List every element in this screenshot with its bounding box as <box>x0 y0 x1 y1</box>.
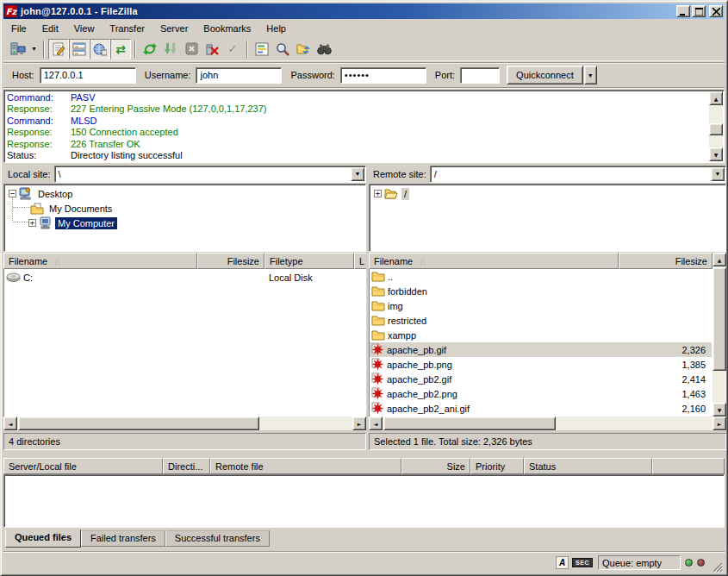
find-files-button[interactable] <box>314 39 334 59</box>
toggle-message-log-button[interactable] <box>48 39 69 59</box>
expand-expander-icon[interactable]: + <box>28 219 36 227</box>
tab-successful-transfers[interactable]: Successful transfers <box>165 530 270 547</box>
refresh-button[interactable] <box>140 39 160 59</box>
queue-col-direction[interactable]: Directi... <box>163 458 210 474</box>
scrollbar-thumb[interactable] <box>712 267 726 371</box>
queue-col-remote-file[interactable]: Remote file <box>210 458 401 474</box>
process-queue-button[interactable] <box>160 39 181 59</box>
scroll-right-button[interactable]: ► <box>712 416 726 430</box>
remote-file-list[interactable]: .. forbidden img restricted xampp apac <box>369 269 712 416</box>
queue-col-status[interactable]: Status <box>524 458 652 474</box>
queue-col-size[interactable]: Size <box>401 458 470 474</box>
remote-row-file[interactable]: apache_pb2_ani.gif 2,160 <box>370 401 712 416</box>
toggle-transfer-queue-button[interactable]: ⇄ <box>110 39 131 59</box>
local-file-list[interactable]: C: Local Disk <box>3 269 366 416</box>
menu-server[interactable]: Server <box>152 21 196 36</box>
remote-row-parent-dir[interactable]: .. <box>370 269 712 284</box>
username-input[interactable] <box>196 67 282 84</box>
queue-status-text: Queue: empty <box>602 558 662 568</box>
remote-row-folder[interactable]: xampp <box>370 328 712 342</box>
synchronized-browsing-button[interactable] <box>293 39 314 59</box>
scrollbar-thumb[interactable] <box>18 416 259 430</box>
remote-horizontal-scrollbar[interactable]: ◄ ► <box>369 416 726 430</box>
local-file-row-c-drive[interactable]: C: Local Disk <box>4 270 365 285</box>
site-manager-dropdown[interactable]: ▼ <box>28 40 40 59</box>
reconnect-button[interactable]: ✓ <box>222 39 243 59</box>
site-manager-button[interactable] <box>8 39 28 59</box>
quickconnect-button[interactable]: Quickconnect <box>507 66 583 85</box>
local-col-filetype[interactable]: Filetype <box>264 253 354 269</box>
menu-bookmarks[interactable]: Bookmarks <box>196 21 258 36</box>
tree-item-root[interactable]: + / <box>374 186 409 201</box>
file-size: 2,326 <box>619 345 706 355</box>
maximize-button[interactable] <box>692 5 706 17</box>
local-col-filesize[interactable]: Filesize <box>197 253 264 269</box>
tree-item-desktop[interactable]: − Desktop <box>9 186 75 201</box>
title-bar[interactable]: Fz john@127.0.0.1 - FileZilla <box>3 3 725 19</box>
scroll-up-button[interactable]: ▲ <box>712 253 726 266</box>
remote-directory-tree[interactable]: + / <box>369 184 726 252</box>
expand-expander-icon[interactable]: + <box>374 190 382 197</box>
local-col-filename[interactable]: Filename △ <box>3 253 197 269</box>
remote-row-folder[interactable]: img <box>370 298 712 313</box>
password-input[interactable] <box>340 67 426 84</box>
queue-col-priority[interactable]: Priority <box>470 458 524 474</box>
directory-comparison-button[interactable] <box>272 39 293 59</box>
quickconnect-dropdown[interactable]: ▼ <box>584 66 597 85</box>
tab-failed-transfers[interactable]: Failed transfers <box>81 530 165 547</box>
host-input[interactable] <box>40 67 136 84</box>
scroll-right-button[interactable]: ► <box>352 416 366 430</box>
port-input[interactable] <box>460 67 500 84</box>
local-col-last-modified[interactable]: L <box>354 253 366 269</box>
remote-col-filesize[interactable]: Filesize <box>619 253 712 269</box>
local-site-combo[interactable]: \ ▼ <box>54 166 366 183</box>
remote-row-folder[interactable]: forbidden <box>370 284 712 298</box>
file-name: restricted <box>388 316 426 326</box>
remote-row-folder[interactable]: restricted <box>370 313 712 328</box>
filter-button[interactable] <box>252 39 272 59</box>
menu-view[interactable]: View <box>66 21 103 36</box>
remote-vertical-scrollbar[interactable]: ▲ ▼ <box>712 253 726 416</box>
collapse-expander-icon[interactable]: − <box>9 190 16 197</box>
tree-item-my-computer[interactable]: + My Computer <box>28 216 117 230</box>
remote-row-file[interactable]: apache_pb.png 1,385 <box>370 357 712 372</box>
remote-col-filename[interactable]: Filename △ <box>369 253 619 269</box>
scroll-down-button[interactable]: ▼ <box>712 403 726 416</box>
menu-file[interactable]: File <box>3 21 34 36</box>
remote-row-file-selected[interactable]: apache_pb.gif 2,326 <box>370 342 712 357</box>
scroll-left-button[interactable]: ◄ <box>3 416 17 430</box>
scroll-up-icon: ▲ <box>718 257 722 263</box>
cancel-operation-button[interactable] <box>181 39 202 59</box>
menu-edit[interactable]: Edit <box>34 21 66 36</box>
toggle-remote-tree-button[interactable] <box>90 39 110 59</box>
dropdown-arrow-icon: ▼ <box>355 171 361 177</box>
resize-grip[interactable] <box>710 560 723 573</box>
local-horizontal-scrollbar[interactable]: ◄ ► <box>3 416 366 430</box>
remote-site-combo[interactable]: / ▼ <box>430 166 726 183</box>
message-log-box[interactable]: Command:PASV Response:227 Entering Passi… <box>3 90 725 163</box>
minimize-button[interactable] <box>676 5 690 17</box>
menu-help[interactable]: Help <box>258 21 294 36</box>
menu-transfer[interactable]: Transfer <box>102 21 152 36</box>
toggle-local-tree-button[interactable] <box>69 39 90 59</box>
encryption-indicator-icon[interactable]: SEC <box>572 558 593 567</box>
file-name: apache_pb2.png <box>387 389 457 399</box>
combo-dropdown-button[interactable]: ▼ <box>711 167 725 181</box>
disconnect-button[interactable] <box>202 39 222 59</box>
remote-row-file[interactable]: apache_pb2.gif 2,414 <box>370 372 712 386</box>
queue-col-server-local-file[interactable]: Server/Local file <box>3 458 163 474</box>
scrollbar-thumb[interactable] <box>383 416 556 430</box>
scroll-up-button[interactable]: ▲ <box>709 91 723 105</box>
log-vertical-scrollbar[interactable]: ▲ ▼ <box>709 91 723 161</box>
scroll-down-button[interactable]: ▼ <box>709 147 723 161</box>
queue-list[interactable] <box>3 474 725 528</box>
combo-dropdown-button[interactable]: ▼ <box>351 167 364 181</box>
local-directory-tree[interactable]: − Desktop My Documents + My Computer <box>3 184 366 252</box>
remote-row-file[interactable]: apache_pb2.png 1,463 <box>370 386 712 401</box>
tree-item-my-documents[interactable]: My Documents <box>30 201 115 216</box>
scroll-left-button[interactable]: ◄ <box>369 416 383 430</box>
transfer-type-indicator-icon[interactable]: A <box>556 556 569 569</box>
tab-queued-files[interactable]: Queued files <box>5 529 81 548</box>
close-button[interactable] <box>709 5 723 17</box>
scrollbar-thumb[interactable] <box>709 123 723 135</box>
